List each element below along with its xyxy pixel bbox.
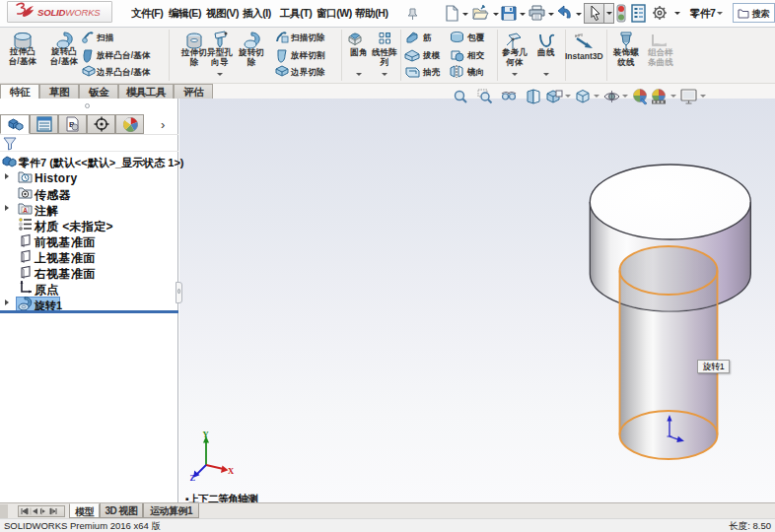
svg-text:X: X [228,466,235,476]
svg-text:A: A [23,207,28,214]
svg-text:Y: Y [203,430,209,439]
svg-text:SOLIDWORKS: SOLIDWORKS [37,7,101,18]
svg-text:Z: Z [190,473,196,483]
